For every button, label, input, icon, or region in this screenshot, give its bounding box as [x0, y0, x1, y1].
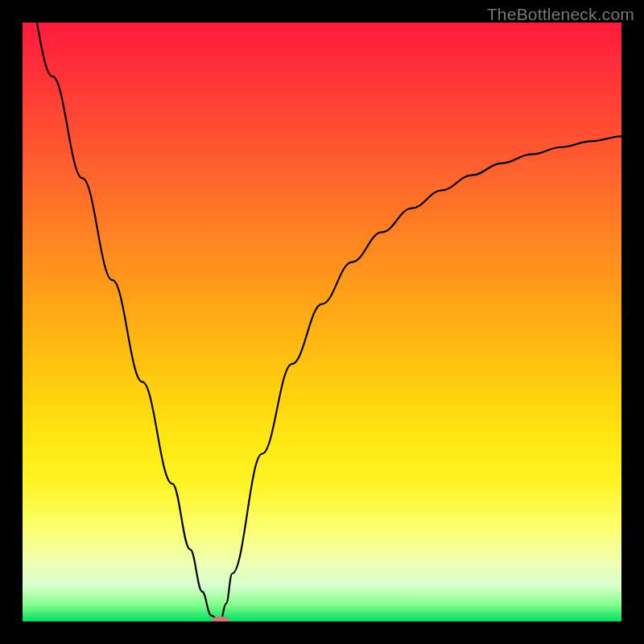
plot-area — [23, 23, 621, 621]
optimal-marker — [212, 617, 229, 621]
curve-layer — [23, 23, 621, 621]
bottleneck-curve — [23, 23, 621, 621]
watermark-text: TheBottleneck.com — [487, 5, 634, 24]
chart-frame: TheBottleneck.com — [0, 0, 644, 644]
